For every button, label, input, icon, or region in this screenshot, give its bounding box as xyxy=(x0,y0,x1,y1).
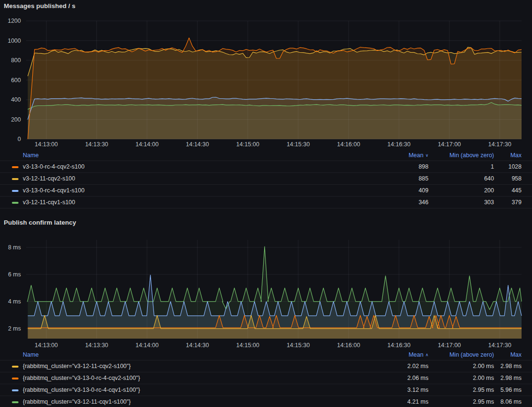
legend-rows: v3-13-0-rc-4-cqv2-s10089811028v3-12-11-c… xyxy=(0,161,532,208)
legend-row: v3-12-11-cqv2-s100885640958 xyxy=(0,172,532,184)
legend-series-name[interactable]: {rabbitmq_cluster="v3-13-0-rc-4-cqv2-s10… xyxy=(23,375,376,381)
x-axis-tick-label: 14:16:30 xyxy=(388,141,411,148)
legend-max-value: 5.96 ms xyxy=(494,387,522,393)
legend-series-name[interactable]: v3-12-11-cqv1-s100 xyxy=(23,199,376,206)
legend-row: v3-13-0-rc-4-cqv1-s100409200445 xyxy=(0,184,532,196)
legend-mean-value: 2.06 ms xyxy=(376,375,428,381)
x-axis-tick-label: 14:17:30 xyxy=(488,342,512,349)
series-color-swatch[interactable] xyxy=(12,378,19,379)
legend-header-mean[interactable]: Mean∨ xyxy=(376,152,428,159)
x-axis-tick-label: 14:13:00 xyxy=(35,342,58,349)
x-axis-tick-label: 14:17:00 xyxy=(438,141,461,148)
legend-header-max[interactable]: Max xyxy=(494,351,522,358)
x-axis-tick-label: 14:14:00 xyxy=(135,342,159,349)
x-axis-tick-label: 14:15:00 xyxy=(236,141,259,148)
series-color-swatch[interactable] xyxy=(12,190,19,192)
x-axis-tick-label: 14:14:00 xyxy=(135,141,159,148)
legend-series-name[interactable]: {rabbitmq_cluster="v3-13-0-rc-4-cqv1-s10… xyxy=(23,387,376,393)
series-color-swatch[interactable] xyxy=(12,202,19,204)
legend-header-min[interactable]: Min (above zero) xyxy=(428,152,494,159)
legend-min-value: 2.00 ms xyxy=(428,363,494,369)
legend-row: {rabbitmq_cluster="v3-12-11-cqv1-s100"}4… xyxy=(0,396,532,407)
series-fills xyxy=(28,246,522,339)
y-axis-tick-label: 1200 xyxy=(8,18,21,24)
legend-max-value: 379 xyxy=(494,199,522,206)
legend-mean-value: 885 xyxy=(376,175,428,182)
legend-mean-value: 2.02 ms xyxy=(376,363,428,369)
series-color-swatch[interactable] xyxy=(12,178,19,180)
x-axis-tick-label: 14:13:30 xyxy=(85,141,108,148)
legend-max-value: 445 xyxy=(494,187,522,194)
x-axis-tick-label: 14:13:00 xyxy=(35,141,58,148)
x-axis-tick-label: 14:16:30 xyxy=(388,342,411,349)
legend-row: v3-12-11-cqv1-s100346303379 xyxy=(0,196,532,208)
legend-mean-value: 898 xyxy=(376,163,428,170)
legend-header: Name Mean∧ Min (above zero) Max xyxy=(0,350,532,360)
legend-min-value: 200 xyxy=(428,187,494,194)
legend-series-name[interactable]: {rabbitmq_cluster="v3-12-11-cqv2-s100"} xyxy=(23,363,376,369)
legend-header-mean-label: Mean xyxy=(408,351,423,358)
legend-max-value: 1028 xyxy=(494,163,522,170)
legend-header-max[interactable]: Max xyxy=(494,152,522,159)
messages-published-chart[interactable]: 02004006008001000120014:13:0014:13:3014:… xyxy=(0,0,532,150)
panel-messages-published: Messages published / s 02004006008001000… xyxy=(0,0,532,217)
x-axis-tick-label: 14:14:30 xyxy=(186,141,209,148)
legend-min-value: 303 xyxy=(428,199,494,206)
y-axis-tick-label: 2 ms xyxy=(8,325,21,332)
series-color-swatch[interactable] xyxy=(12,366,19,368)
x-axis-tick-label: 14:15:00 xyxy=(236,342,259,349)
x-axis-tick-label: 14:16:00 xyxy=(337,141,360,148)
x-axis-tick-label: 14:13:30 xyxy=(85,342,108,349)
series-line[interactable] xyxy=(28,246,522,310)
legend-header-name[interactable]: Name xyxy=(23,351,376,358)
legend-series-name[interactable]: {rabbitmq_cluster="v3-12-11-cqv1-s100"} xyxy=(23,398,376,405)
legend-max-value: 2.98 ms xyxy=(494,363,522,369)
series-color-swatch[interactable] xyxy=(12,401,19,403)
legend-header-min[interactable]: Min (above zero) xyxy=(428,351,494,358)
legend-row: v3-13-0-rc-4-cqv2-s10089811028 xyxy=(0,161,532,172)
legend-max-value: 958 xyxy=(494,175,522,182)
legend-header: Name Mean∨ Min (above zero) Max xyxy=(0,150,532,161)
x-axis-tick-label: 14:17:30 xyxy=(488,141,512,148)
series-color-swatch[interactable] xyxy=(12,389,19,391)
y-axis-tick-label: 400 xyxy=(11,96,21,103)
legend-mean-value: 409 xyxy=(376,187,428,194)
series-color-swatch[interactable] xyxy=(12,166,19,168)
y-axis-tick-label: 200 xyxy=(11,116,21,123)
legend-min-value: 2.95 ms xyxy=(428,387,494,393)
x-axis-tick-label: 14:15:30 xyxy=(286,342,310,349)
legend-row: {rabbitmq_cluster="v3-12-11-cqv2-s100"}2… xyxy=(0,360,532,372)
legend-table: Name Mean∨ Min (above zero) Max v3-13-0-… xyxy=(0,150,532,208)
legend-max-value: 2.98 ms xyxy=(494,375,522,381)
y-axis-tick-label: 4 ms xyxy=(8,298,21,305)
legend-header-mean-label: Mean xyxy=(408,152,423,159)
x-axis-tick-label: 14:16:00 xyxy=(337,342,360,349)
x-axis-tick-label: 14:17:00 xyxy=(438,342,461,349)
legend-row: {rabbitmq_cluster="v3-13-0-rc-4-cqv2-s10… xyxy=(0,372,532,384)
legend-header-name[interactable]: Name xyxy=(23,152,376,159)
legend-series-name[interactable]: v3-13-0-rc-4-cqv1-s100 xyxy=(23,187,376,194)
panel-publish-confirm-latency: Publish confirm latency 2 ms4 ms6 ms8 ms… xyxy=(0,217,532,407)
legend-header-mean[interactable]: Mean∧ xyxy=(376,351,428,358)
legend-mean-value: 346 xyxy=(376,199,428,206)
y-axis-tick-label: 1000 xyxy=(8,38,21,44)
legend-mean-value: 4.21 ms xyxy=(376,398,428,405)
legend-min-value: 2.95 ms xyxy=(428,398,494,405)
y-axis-tick-label: 6 ms xyxy=(8,271,21,278)
y-axis-tick-label: 800 xyxy=(11,57,21,64)
legend-table: Name Mean∧ Min (above zero) Max {rabbitm… xyxy=(0,350,532,407)
legend-series-name[interactable]: v3-12-11-cqv2-s100 xyxy=(23,175,376,182)
sort-desc-icon: ∨ xyxy=(425,153,428,158)
legend-max-value: 8.06 ms xyxy=(494,398,522,405)
x-axis-tick-label: 14:15:30 xyxy=(286,141,310,148)
x-axis-tick-label: 14:14:30 xyxy=(186,342,209,349)
grafana-dashboard: { "dashboard": { "background": "#111217"… xyxy=(0,0,532,407)
legend-series-name[interactable]: v3-13-0-rc-4-cqv2-s100 xyxy=(23,163,376,170)
legend-min-value: 640 xyxy=(428,175,494,182)
legend-row: {rabbitmq_cluster="v3-13-0-rc-4-cqv1-s10… xyxy=(0,384,532,396)
sort-asc-icon: ∧ xyxy=(425,352,428,357)
legend-min-value: 2.00 ms xyxy=(428,375,494,381)
y-axis-tick-label: 0 xyxy=(18,136,21,142)
legend-rows: {rabbitmq_cluster="v3-12-11-cqv2-s100"}2… xyxy=(0,360,532,407)
publish-confirm-latency-chart[interactable]: 2 ms4 ms6 ms8 ms14:13:0014:13:3014:14:00… xyxy=(0,217,532,350)
